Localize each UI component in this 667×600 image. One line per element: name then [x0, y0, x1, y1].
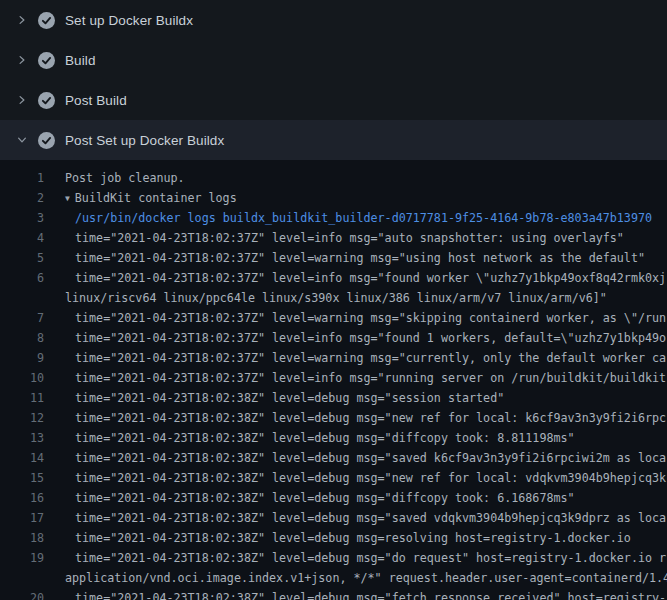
- check-circle-icon: [38, 12, 55, 29]
- line-number[interactable]: 19: [0, 548, 44, 568]
- line-number[interactable]: 14: [0, 448, 44, 468]
- step-title: Set up Docker Buildx: [65, 13, 193, 28]
- log-line: application/vnd.oci.image.index.v1+json,…: [0, 568, 667, 588]
- log-line: 2 ▼BuildKit container logs: [0, 188, 667, 208]
- log-line: 13 time="2021-04-23T18:02:38Z" level=deb…: [0, 428, 667, 448]
- line-text: application/vnd.oci.image.index.v1+json,…: [44, 568, 667, 588]
- line-text: linux/riscv64 linux/ppc64le linux/s390x …: [44, 288, 667, 308]
- line-text: time="2021-04-23T18:02:37Z" level=warnin…: [44, 308, 667, 328]
- line-number[interactable]: 18: [0, 528, 44, 548]
- line-text: time="2021-04-23T18:02:38Z" level=debug …: [44, 588, 667, 600]
- triangle-down-icon[interactable]: ▼: [65, 189, 70, 208]
- line-text: Post job cleanup.: [44, 168, 667, 188]
- log-line: 10 time="2021-04-23T18:02:37Z" level=inf…: [0, 368, 667, 388]
- step-header-build[interactable]: Build: [0, 40, 667, 80]
- step-header-post-set-up-docker-buildx[interactable]: Post Set up Docker Buildx: [0, 120, 667, 160]
- line-number[interactable]: 20: [0, 588, 44, 600]
- log-line: linux/riscv64 linux/ppc64le linux/s390x …: [0, 288, 667, 308]
- line-number[interactable]: 12: [0, 408, 44, 428]
- line-number[interactable]: 11: [0, 388, 44, 408]
- chevron-right-icon: [10, 94, 34, 106]
- line-number[interactable]: 16: [0, 488, 44, 508]
- line-text: time="2021-04-23T18:02:38Z" level=debug …: [44, 508, 667, 528]
- log-line: 7 time="2021-04-23T18:02:37Z" level=warn…: [0, 308, 667, 328]
- line-number: [0, 288, 44, 308]
- command-line-text: /usr/bin/docker logs buildx_buildkit_bui…: [44, 208, 667, 228]
- log-line: 20 time="2021-04-23T18:02:38Z" level=deb…: [0, 588, 667, 600]
- line-text: time="2021-04-23T18:02:38Z" level=debug …: [44, 388, 667, 408]
- line-number[interactable]: 9: [0, 348, 44, 368]
- actions-log-viewer: Set up Docker Buildx Build P: [0, 0, 667, 600]
- line-number[interactable]: 2: [0, 188, 44, 208]
- line-number[interactable]: 13: [0, 428, 44, 448]
- step-list: Set up Docker Buildx Build P: [0, 0, 667, 160]
- log-line: 11 time="2021-04-23T18:02:38Z" level=deb…: [0, 388, 667, 408]
- chevron-down-icon: [10, 134, 34, 146]
- step-title: Post Build: [65, 93, 127, 108]
- line-number[interactable]: 10: [0, 368, 44, 388]
- line-text: time="2021-04-23T18:02:37Z" level=info m…: [44, 328, 667, 348]
- check-circle-icon: [38, 92, 55, 109]
- line-number: [0, 568, 44, 588]
- step-header-set-up-docker-buildx[interactable]: Set up Docker Buildx: [0, 0, 667, 40]
- line-number[interactable]: 15: [0, 468, 44, 488]
- line-number[interactable]: 8: [0, 328, 44, 348]
- line-text: time="2021-04-23T18:02:38Z" level=debug …: [44, 408, 667, 428]
- log-line: 16 time="2021-04-23T18:02:38Z" level=deb…: [0, 488, 667, 508]
- log-line: 15 time="2021-04-23T18:02:38Z" level=deb…: [0, 468, 667, 488]
- line-number[interactable]: 17: [0, 508, 44, 528]
- log-line: 3 /usr/bin/docker logs buildx_buildkit_b…: [0, 208, 667, 228]
- step-title: Build: [65, 53, 96, 68]
- log-line: 17 time="2021-04-23T18:02:38Z" level=deb…: [0, 508, 667, 528]
- line-text: time="2021-04-23T18:02:37Z" level=warnin…: [44, 348, 667, 368]
- line-text: time="2021-04-23T18:02:38Z" level=debug …: [44, 528, 667, 548]
- step-title: Post Set up Docker Buildx: [65, 133, 224, 148]
- log-line: 8 time="2021-04-23T18:02:37Z" level=info…: [0, 328, 667, 348]
- step-header-post-build[interactable]: Post Build: [0, 80, 667, 120]
- line-text: time="2021-04-23T18:02:38Z" level=debug …: [44, 468, 667, 488]
- log-line: 9 time="2021-04-23T18:02:37Z" level=warn…: [0, 348, 667, 368]
- log-line: 4 time="2021-04-23T18:02:37Z" level=info…: [0, 228, 667, 248]
- log-line: 1 Post job cleanup.: [0, 168, 667, 188]
- line-number[interactable]: 4: [0, 228, 44, 248]
- line-text: time="2021-04-23T18:02:38Z" level=debug …: [44, 428, 667, 448]
- line-text: time="2021-04-23T18:02:37Z" level=info m…: [44, 228, 667, 248]
- line-text: time="2021-04-23T18:02:38Z" level=debug …: [44, 548, 667, 568]
- line-number[interactable]: 7: [0, 308, 44, 328]
- line-text: time="2021-04-23T18:02:37Z" level=warnin…: [44, 248, 667, 268]
- line-number[interactable]: 3: [0, 208, 44, 228]
- check-circle-icon: [38, 52, 55, 69]
- chevron-right-icon: [10, 54, 34, 66]
- line-number[interactable]: 1: [0, 168, 44, 188]
- line-text: time="2021-04-23T18:02:37Z" level=info m…: [44, 368, 667, 388]
- log-line: 18 time="2021-04-23T18:02:38Z" level=deb…: [0, 528, 667, 548]
- line-number[interactable]: 6: [0, 268, 44, 288]
- log-line: 12 time="2021-04-23T18:02:38Z" level=deb…: [0, 408, 667, 428]
- line-number[interactable]: 5: [0, 248, 44, 268]
- log-line: 6 time="2021-04-23T18:02:37Z" level=info…: [0, 268, 667, 288]
- chevron-right-icon: [10, 14, 34, 26]
- log-line: 14 time="2021-04-23T18:02:38Z" level=deb…: [0, 448, 667, 468]
- line-text: time="2021-04-23T18:02:38Z" level=debug …: [44, 488, 667, 508]
- line-text: time="2021-04-23T18:02:38Z" level=debug …: [44, 448, 667, 468]
- line-text: ▼BuildKit container logs: [44, 188, 667, 208]
- line-text: time="2021-04-23T18:02:37Z" level=info m…: [44, 268, 667, 288]
- check-circle-icon: [38, 132, 55, 149]
- log-output: 1 Post job cleanup. 2 ▼BuildKit containe…: [0, 160, 667, 600]
- log-line: 19 time="2021-04-23T18:02:38Z" level=deb…: [0, 548, 667, 568]
- log-line: 5 time="2021-04-23T18:02:37Z" level=warn…: [0, 248, 667, 268]
